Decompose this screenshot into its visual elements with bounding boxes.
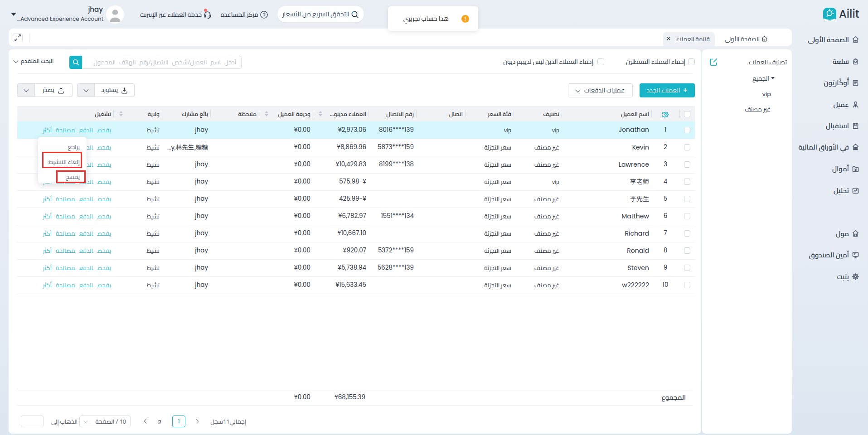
- svg-text:intl: intl: [828, 19, 831, 21]
